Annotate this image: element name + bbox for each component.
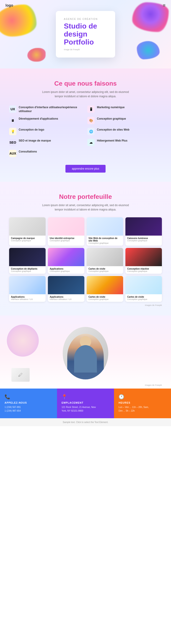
service-label: Conception graphique: [97, 117, 126, 121]
portfolio-item-info: Cartes de visite Conception graphique: [125, 294, 162, 302]
service-item: 💡 Conception de logo: [9, 128, 84, 135]
contact-info: 1 (234) 567-8911 (234) 987-654: [4, 406, 52, 413]
portfolio-grid: Campagne de marque Conception graphique …: [9, 217, 162, 302]
service-label: Développement d'applications: [19, 117, 58, 121]
portfolio-item-category: Conception graphique: [127, 270, 160, 272]
footer: Sample text. Click to select the Text El…: [0, 418, 171, 426]
portfolio-item[interactable]: Conception de dépliants Conception graph…: [9, 248, 46, 274]
portfolio-item-title: Campagne de marque: [11, 237, 44, 240]
portfolio-item-category: Conception graphique: [127, 240, 160, 242]
services-description: Lorem ipsum dolor sit amet, consectetur …: [40, 90, 131, 98]
portfolio-img: [125, 248, 162, 266]
portfolio-item[interactable]: Cartes de visite Conception graphique: [87, 276, 123, 302]
services-section: Ce que nous faisons Lorem ipsum dolor si…: [0, 68, 171, 182]
portfolio-item[interactable]: Site Web de conception de site Web Conce…: [87, 217, 123, 246]
service-icon: SEO: [9, 139, 16, 146]
service-icon: AUX: [9, 150, 16, 157]
portfolio-item[interactable]: Applications Conception graphique: [48, 248, 84, 274]
portfolio-img: [9, 248, 46, 266]
hero-blob-3: [137, 41, 160, 59]
desk-items: 🖊: [11, 368, 30, 382]
portfolio-item-category: Conception graphique: [88, 242, 121, 244]
logo: logo: [5, 4, 13, 8]
portfolio-item[interactable]: Caissons lumineux Conception graphique: [125, 217, 162, 246]
hero-subtitle: AGENCE DE CRÉATION: [64, 18, 107, 20]
service-item: UX Conception d'interface utilisateur/ex…: [9, 106, 84, 113]
portfolio-item[interactable]: Cartes de visite Conception graphique: [125, 276, 162, 302]
contact-icon: 📞: [4, 394, 52, 400]
service-item: AUX Consultations: [9, 150, 84, 157]
portfolio-item-category: Conception graphique: [88, 270, 121, 272]
portfolio-img: [125, 276, 162, 294]
portfolio-item-title: Une identité entreprise: [50, 237, 83, 240]
portfolio-item-category: Conception graphique: [11, 240, 44, 242]
portfolio-img: [48, 276, 84, 294]
portfolio-img: [87, 248, 123, 266]
portfolio-item-title: Applications: [50, 268, 83, 270]
contact-block-orange: 🕐 HEURES Lun – Ven ... 11h – 20h, Sam,Di…: [114, 388, 171, 418]
service-label: Marketing numérique: [97, 106, 125, 109]
contact-info: 121 Rock Street, 21 Avenue, NewYork, NY …: [62, 406, 109, 413]
services-grid: UX Conception d'interface utilisateur/ex…: [9, 106, 162, 157]
menu-icon[interactable]: ≡: [163, 3, 166, 8]
about-photo: [63, 327, 108, 380]
service-item: SEO SEO et image de marque: [9, 139, 84, 146]
portfolio-item-title: Conception réactive: [127, 268, 160, 270]
service-icon: 🖥: [9, 117, 16, 124]
contact-section: 📞 APPELEZ-NOUS 1 (234) 567-8911 (234) 98…: [0, 388, 171, 418]
portfolio-item-category: Conception graphique: [88, 298, 121, 300]
contact-title: HEURES: [119, 401, 167, 404]
contact-info: Lun – Ven ... 11h – 20h, Sam,Dim ... 5h …: [119, 406, 167, 413]
portfolio-item-title: Applications: [11, 296, 44, 298]
portfolio-section: Notre portefeuille Lorem ipsum dolor sit…: [0, 182, 171, 316]
learn-more-button[interactable]: apprendre encore plus: [65, 165, 106, 172]
service-item: ☁ Hébergement Web Plus: [87, 139, 162, 146]
service-icon: UX: [9, 106, 16, 113]
portfolio-item-title: Applications: [50, 296, 83, 298]
portfolio-img: [87, 217, 123, 236]
portfolio-item-info: Conception de dépliants Conception graph…: [9, 266, 46, 274]
portfolio-img: [9, 217, 46, 236]
about-section: 🖊 Images de Freepik: [0, 316, 171, 388]
service-icon: 💡: [9, 128, 16, 135]
portfolio-item-info: Applications Interface utilisateur / UX: [9, 294, 46, 302]
about-blob: [7, 325, 39, 356]
portfolio-item-category: Conception graphique: [50, 240, 83, 242]
portfolio-item-category: Interface utilisateur / UX: [11, 298, 44, 300]
portfolio-item[interactable]: Campagne de marque Conception graphique: [9, 217, 46, 246]
contact-title: APPELEZ-NOUS: [4, 401, 52, 404]
portfolio-item-title: Caissons lumineux: [127, 237, 160, 240]
service-label: Conception de logo: [19, 128, 44, 132]
hero-title: Studio de design Portfolio: [64, 22, 107, 46]
hero-blob-4: [27, 48, 46, 62]
portfolio-item[interactable]: Cartes de visite Conception graphique: [87, 248, 123, 274]
service-label: Hébergement Web Plus: [97, 139, 128, 143]
service-label: Conception de sites Web: [97, 128, 129, 132]
contact-block-purple: 📍 EMPLACEMENT 121 Rock Street, 21 Avenue…: [57, 388, 114, 418]
portfolio-item-title: Cartes de visite: [127, 296, 160, 298]
portfolio-item-category: Interface utilisateur / UX: [50, 298, 83, 300]
contact-icon: 📍: [62, 394, 109, 400]
contact-title: EMPLACEMENT: [62, 401, 109, 404]
portfolio-img-credit: Images de Freepik: [9, 304, 162, 306]
portfolio-item-info: Cartes de visite Conception graphique: [87, 266, 123, 274]
portfolio-item-title: Cartes de visite: [88, 268, 121, 270]
portfolio-item-info: Cartes de visite Conception graphique: [87, 294, 123, 302]
portfolio-description: Lorem ipsum dolor sit amet, consectetur …: [40, 203, 131, 212]
footer-text: Sample text. Click to select the Text El…: [63, 421, 108, 424]
portfolio-img: [48, 248, 84, 266]
portfolio-item-info: Caissons lumineux Conception graphique: [125, 236, 162, 243]
portfolio-item-category: Conception graphique: [50, 270, 83, 272]
portfolio-item[interactable]: Une identité entreprise Conception graph…: [48, 217, 84, 246]
portfolio-img: [87, 276, 123, 294]
service-item: 📱 Marketing numérique: [87, 106, 162, 113]
portfolio-item-title: Cartes de visite: [88, 296, 121, 298]
contact-block-blue: 📞 APPELEZ-NOUS 1 (234) 567-8911 (234) 98…: [0, 388, 57, 418]
about-person-img: [67, 334, 104, 380]
portfolio-item[interactable]: Applications Interface utilisateur / UX: [9, 276, 46, 302]
service-label: Conception d'interface utilisateur/expér…: [19, 106, 84, 113]
portfolio-item[interactable]: Conception réactive Conception graphique: [125, 248, 162, 274]
header: logo ≡: [0, 0, 171, 11]
service-label: Consultations: [19, 150, 37, 154]
portfolio-item[interactable]: Applications Interface utilisateur / UX: [48, 276, 84, 302]
